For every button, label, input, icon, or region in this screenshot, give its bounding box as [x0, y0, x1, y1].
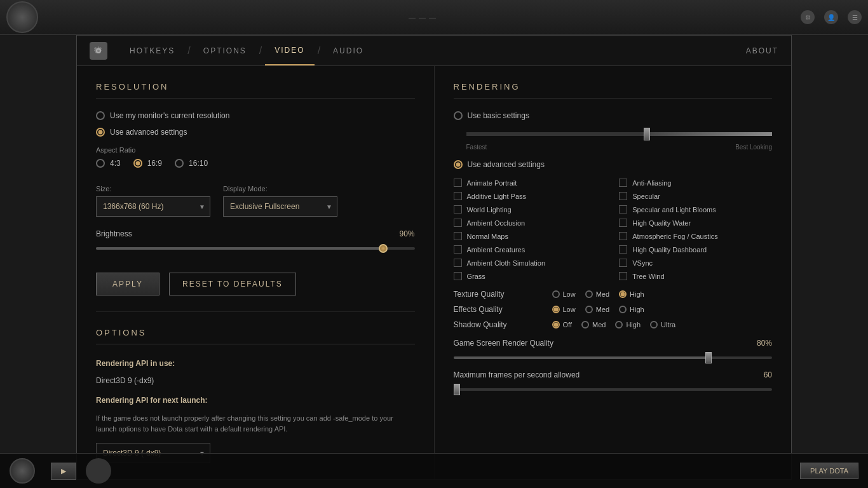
brightness-slider[interactable] — [96, 243, 415, 254]
advanced-resolution-label: Use advanced settings — [110, 128, 187, 137]
bottom-avatar-2 — [86, 458, 111, 484]
basic-settings-label: Use basic settings — [468, 111, 529, 120]
texture-med-label: Med — [596, 290, 609, 298]
settings-icon[interactable]: ⚙ — [801, 10, 815, 24]
high-quality-dashboard-checkbox[interactable] — [619, 245, 627, 254]
effects-med-option: Med — [585, 306, 609, 313]
high-quality-water-checkbox[interactable] — [619, 219, 627, 227]
aspect-ratio-options: 4:3 16:9 16:10 — [96, 159, 415, 175]
basic-quality-slider[interactable] — [466, 128, 773, 140]
effects-quality-row: Effects Quality Low Med High — [454, 305, 773, 314]
monitor-resolution-radio[interactable]: Use my monitor's current resolution — [96, 111, 415, 120]
aspect-16-9[interactable]: 16:9 — [133, 159, 162, 168]
brightness-section: Brightness 90% — [96, 229, 415, 254]
max-frames-label: Maximum frames per second allowed — [454, 370, 580, 379]
apply-button[interactable]: APPLY — [96, 273, 159, 295]
display-mode-field: Display Mode: Exclusive Fullscreen ▼ — [223, 185, 337, 217]
reset-button[interactable]: RESET TO DEFAULTS — [169, 273, 296, 295]
best-looking-label: Best Looking — [735, 144, 772, 151]
effects-high-label: High — [630, 306, 644, 313]
basic-settings-radio[interactable]: Use basic settings — [454, 111, 773, 120]
options-section: OPTIONS Rendering API in use: Direct3D 9… — [96, 311, 415, 463]
atmospheric-fog-label: Atmospheric Fog / Caustics — [632, 233, 718, 240]
tab-audio[interactable]: AUDIO — [323, 36, 373, 65]
nav-sep-2: / — [259, 45, 262, 57]
render-quality-thumb[interactable] — [705, 352, 712, 363]
brightness-fill — [96, 247, 383, 250]
right-panel: RENDERING Use basic settings Fastest Bes… — [435, 66, 792, 479]
tree-wind-item: Tree Wind — [619, 272, 772, 280]
shadow-med-label: Med — [592, 321, 606, 329]
additive-light-label: Additive Light Pass — [467, 193, 527, 200]
advanced-settings-radio[interactable]: Use advanced settings — [454, 160, 773, 169]
texture-med-option: Med — [585, 290, 609, 298]
size-dropdown[interactable]: 868x488 (60 Hz) — [96, 196, 210, 217]
high-quality-dashboard-item: High Quality Dashboard — [619, 245, 772, 254]
normal-maps-checkbox[interactable] — [454, 232, 462, 240]
max-frames-slider[interactable] — [454, 384, 773, 395]
basic-slider-thumb[interactable] — [644, 128, 650, 140]
shadow-quality-row: Shadow Quality Off Med High — [454, 320, 773, 329]
specular-checkbox[interactable] — [619, 192, 627, 200]
aspect-16-10[interactable]: 16:10 — [175, 159, 208, 168]
ambient-cloth-checkbox[interactable] — [454, 259, 462, 267]
max-frames-thumb[interactable] — [454, 384, 460, 395]
atmospheric-fog-checkbox[interactable] — [619, 232, 627, 240]
user-icon[interactable]: 👤 — [824, 10, 838, 24]
tree-wind-label: Tree Wind — [632, 273, 664, 280]
max-frames-section: Maximum frames per second allowed 60 — [454, 370, 773, 395]
size-field: Size: 868x488 (60 Hz) ▼ — [96, 185, 210, 217]
high-quality-water-item: High Quality Water — [619, 219, 772, 227]
effects-quality-options: Low Med High — [552, 306, 644, 313]
world-lighting-label: World Lighting — [467, 206, 512, 214]
vsync-label: VSync — [632, 259, 653, 267]
tab-options[interactable]: OPTIONS — [194, 36, 256, 65]
resolution-title: RESOLUTION — [96, 82, 415, 98]
ambient-occlusion-checkbox[interactable] — [454, 219, 462, 227]
nav-about[interactable]: ABOUT — [746, 46, 778, 55]
top-nav-item: — — — — [409, 13, 437, 21]
shadow-off-label: Off — [563, 321, 572, 329]
display-mode-dropdown[interactable]: Exclusive Fullscreen — [223, 196, 337, 217]
game-screen-render-label: Game Screen Render Quality — [454, 339, 553, 348]
aspect-ratio-section: Aspect Ratio 4:3 16:9 16:10 — [96, 146, 415, 175]
tab-video[interactable]: VIDEO — [265, 36, 314, 65]
render-quality-slider[interactable] — [454, 353, 773, 363]
tab-hotkeys[interactable]: HOTKEYS — [120, 36, 184, 65]
texture-quality-options: Low Med High — [552, 290, 644, 298]
advanced-resolution-radio[interactable]: Use advanced settings — [96, 128, 415, 137]
specular-blooms-label: Specular and Light Blooms — [632, 206, 715, 214]
rendering-title: RENDERING — [454, 82, 773, 98]
play-button[interactable]: PLAY DOTA — [800, 463, 858, 479]
effects-high-option: High — [619, 306, 644, 313]
specular-label: Specular — [632, 193, 660, 200]
vsync-checkbox[interactable] — [619, 259, 627, 267]
api-next-desc: If the game does not launch properly aft… — [96, 413, 415, 435]
ambient-creatures-checkbox[interactable] — [454, 245, 462, 254]
api-next-label: Rendering API for next launch: — [96, 394, 415, 408]
aspect-4-3[interactable]: 4:3 — [96, 159, 121, 168]
grass-item: Grass — [454, 272, 607, 280]
menu-icon[interactable]: ☰ — [848, 10, 862, 24]
avatar — [6, 1, 38, 33]
anti-aliasing-checkbox[interactable] — [619, 179, 627, 187]
atmospheric-fog-item: Atmospheric Fog / Caustics — [619, 232, 772, 240]
animate-portrait-checkbox[interactable] — [454, 179, 462, 187]
additive-light-checkbox[interactable] — [454, 192, 462, 200]
ambient-cloth-label: Ambient Cloth Simulation — [467, 259, 546, 267]
specular-blooms-checkbox[interactable] — [619, 205, 627, 214]
bottom-bar: ▶ PLAY DOTA — [0, 453, 868, 488]
api-in-use-label: Rendering API in use: — [96, 357, 415, 371]
rendering-checkboxes: Animate Portrait Anti-Aliasing Additive … — [454, 179, 773, 280]
api-in-use-value: Direct3D 9 (-dx9) — [96, 374, 415, 388]
tree-wind-checkbox[interactable] — [619, 272, 627, 280]
advanced-settings-label: Use advanced settings — [468, 160, 545, 169]
grass-checkbox[interactable] — [454, 272, 462, 280]
normal-maps-item: Normal Maps — [454, 232, 607, 240]
shadow-high-option: High — [615, 321, 641, 329]
world-lighting-checkbox[interactable] — [454, 205, 462, 214]
monitor-resolution-label: Use my monitor's current resolution — [110, 111, 229, 120]
max-frames-value: 60 — [764, 370, 772, 379]
bottom-button-1[interactable]: ▶ — [51, 463, 76, 480]
brightness-thumb[interactable] — [379, 244, 388, 253]
